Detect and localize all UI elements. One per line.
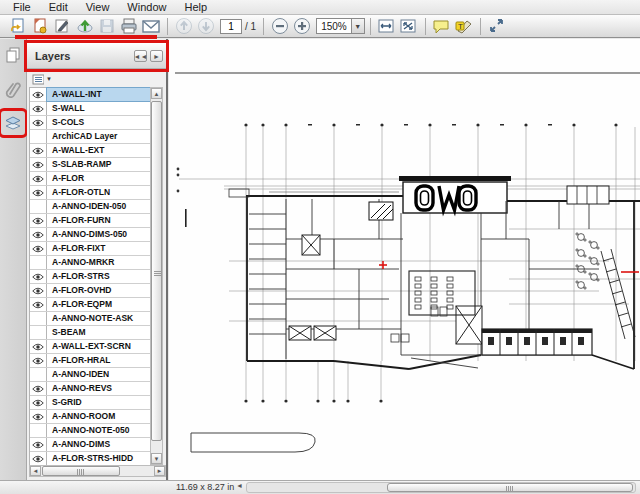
fullscreen-icon[interactable] [486, 17, 507, 36]
layer-row-s-wall[interactable]: S-WALL [30, 102, 152, 116]
zoom-dropdown-arrow[interactable]: ▼ [351, 19, 364, 33]
document-horizontal-scrollbar[interactable] [246, 482, 636, 493]
layer-row-a-flor-otln[interactable]: A-FLOR-OTLN [30, 186, 152, 200]
eye-checkbox-empty[interactable] [30, 130, 47, 143]
eye-icon[interactable] [30, 298, 47, 311]
zoom-in-icon[interactable] [291, 17, 312, 36]
eye-checkbox-empty[interactable] [30, 368, 47, 381]
comment-icon[interactable] [431, 17, 452, 36]
eye-icon[interactable] [30, 438, 47, 451]
eye-checkbox-empty[interactable] [30, 200, 47, 213]
layer-row-a-wall-int[interactable]: A-WALL-INT [30, 88, 152, 102]
layer-row-a-flor[interactable]: A-FLOR [30, 172, 152, 186]
panel-horizontal-scrollbar[interactable]: ◄ ► [29, 465, 166, 477]
attachments-icon[interactable] [1, 77, 25, 101]
menu-view[interactable]: View [77, 1, 119, 13]
share-upload-icon[interactable] [74, 17, 95, 36]
layer-row-a-flor-strs[interactable]: A-FLOR-STRS [30, 270, 152, 284]
collapse-panel-button[interactable]: ◄◄ [134, 50, 147, 62]
layers-icon[interactable] [1, 111, 25, 135]
eye-checkbox-empty[interactable] [30, 256, 47, 269]
email-icon[interactable] [140, 17, 161, 36]
menu-window[interactable]: Window [118, 1, 175, 13]
eye-icon[interactable] [30, 102, 47, 115]
document-pane[interactable] [169, 39, 640, 480]
layer-row-a-anno-revs[interactable]: A-ANNO-REVS [30, 382, 152, 396]
page-thumbnails-icon[interactable] [1, 43, 25, 67]
layer-row-a-flor-eqpm[interactable]: A-FLOR-EQPM [30, 298, 152, 312]
fit-width-icon[interactable] [376, 17, 397, 36]
layer-row-a-flor-furn[interactable]: A-FLOR-FURN [30, 214, 152, 228]
open-icon[interactable] [8, 17, 29, 36]
eye-icon[interactable] [30, 228, 47, 241]
scroll-left-arrow[interactable]: ◄ [30, 466, 41, 476]
layer-row-s-grid[interactable]: S-GRID [30, 396, 152, 410]
layer-name: S-GRID [47, 396, 152, 409]
layer-row-a-anno-iden[interactable]: A-ANNO-IDEN [30, 368, 152, 382]
layer-row-a-anno-room[interactable]: A-ANNO-ROOM [30, 410, 152, 424]
eye-icon[interactable] [30, 214, 47, 227]
eye-icon[interactable] [30, 186, 47, 199]
zoom-level-control[interactable]: 150% ▼ [316, 18, 365, 34]
layer-row-a-anno-note-ask[interactable]: A-ANNO-NOTE-ASK [30, 312, 152, 326]
layer-row-a-wall-ext[interactable]: A-WALL-EXT [30, 144, 152, 158]
layer-row-archicad-layer[interactable]: ArchiCAD Layer [30, 130, 152, 144]
eye-icon[interactable] [30, 144, 47, 157]
document-scroll-thumb[interactable] [387, 483, 633, 492]
layer-row-s-slab-ramp[interactable]: S-SLAB-RAMP [30, 158, 152, 172]
menu-help[interactable]: Help [175, 1, 216, 13]
zoom-out-icon[interactable] [269, 17, 290, 36]
layer-row-a-anno-dims[interactable]: A-ANNO-DIMS [30, 438, 152, 452]
eye-icon[interactable] [30, 270, 47, 283]
eye-icon[interactable] [30, 354, 47, 367]
layer-row-a-anno-iden-050[interactable]: A-ANNO-IDEN-050 [30, 200, 152, 214]
layer-options-button[interactable]: ▼ [31, 72, 53, 86]
eye-icon[interactable] [30, 158, 47, 171]
eye-icon[interactable] [30, 410, 47, 423]
eye-icon[interactable] [30, 340, 47, 353]
layer-row-a-anno-dims-050[interactable]: A-ANNO-DIMS-050 [30, 228, 152, 242]
panel-menu-button[interactable]: ► [150, 50, 163, 62]
next-page-icon[interactable] [195, 17, 216, 36]
horizontal-scroll-thumb[interactable] [42, 466, 120, 476]
eye-icon[interactable] [30, 88, 47, 101]
scroll-right-arrow[interactable]: ► [154, 466, 165, 476]
scroll-down-arrow[interactable]: ▼ [151, 453, 162, 464]
layer-row-a-flor-fixt[interactable]: A-FLOR-FIXT [30, 242, 152, 256]
scroll-up-arrow[interactable]: ▲ [151, 88, 162, 99]
toolbar-separator [425, 18, 426, 35]
layer-row-a-anno-note-050[interactable]: A-ANNO-NOTE-050 [30, 424, 152, 438]
eye-checkbox-empty[interactable] [30, 312, 47, 325]
layer-row-a-anno-mrkr[interactable]: A-ANNO-MRKR [30, 256, 152, 270]
page-number-input[interactable] [220, 19, 242, 34]
eye-icon[interactable] [30, 396, 47, 409]
fit-page-icon[interactable] [398, 17, 419, 36]
eye-icon[interactable] [30, 382, 47, 395]
eye-icon[interactable] [30, 116, 47, 129]
layer-row-a-flor-strs-hidd[interactable]: A-FLOR-STRS-HIDD [30, 452, 152, 466]
menu-file[interactable]: File [4, 1, 40, 13]
panel-vertical-scrollbar[interactable]: ▲ ▼ [150, 87, 163, 465]
previous-page-icon[interactable] [173, 17, 194, 36]
vertical-scroll-thumb[interactable] [151, 101, 162, 441]
menu-edit[interactable]: Edit [40, 1, 77, 13]
sign-icon[interactable] [52, 17, 73, 36]
save-icon[interactable] [96, 17, 117, 36]
eye-checkbox-empty[interactable] [30, 326, 47, 339]
layer-row-a-flor-hral[interactable]: A-FLOR-HRAL [30, 354, 152, 368]
layer-row-s-cols[interactable]: S-COLS [30, 116, 152, 130]
layer-row-a-flor-ovhd[interactable]: A-FLOR-OVHD [30, 284, 152, 298]
print-icon[interactable] [118, 17, 139, 36]
layer-row-s-beam[interactable]: S-BEAM [30, 326, 152, 340]
eye-icon[interactable] [30, 242, 47, 255]
create-pdf-icon[interactable] [30, 17, 51, 36]
menubar: File Edit View Window Help [0, 0, 640, 15]
eye-icon[interactable] [30, 172, 47, 185]
eye-icon[interactable] [30, 284, 47, 297]
doc-scroll-left-arrow[interactable]: ◄ [236, 482, 243, 489]
eye-checkbox-empty[interactable] [30, 424, 47, 437]
toolbar-separator [263, 18, 264, 35]
layer-row-a-wall-ext-scrn[interactable]: A-WALL-EXT-SCRN [30, 340, 152, 354]
eye-icon[interactable] [30, 452, 47, 465]
highlight-text-icon[interactable]: T [453, 17, 474, 36]
